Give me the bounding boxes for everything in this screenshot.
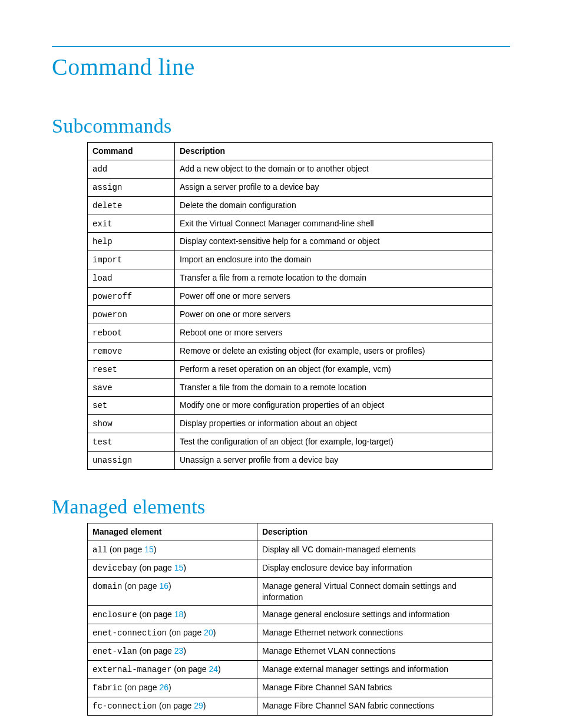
command-name: load bbox=[92, 274, 113, 283]
managed-element-description: Manage Ethernet network connections bbox=[257, 624, 492, 643]
table-row: all (on page 15)Display all VC domain-ma… bbox=[88, 541, 492, 559]
command-name: assign bbox=[92, 183, 122, 192]
page-link[interactable]: 20 bbox=[204, 628, 213, 637]
page-title: Command line bbox=[52, 53, 510, 81]
table-row: enet-connection (on page 20)Manage Ether… bbox=[88, 624, 492, 643]
close-paren: ) bbox=[183, 610, 186, 619]
command-description: Transfer a file from a remote location t… bbox=[175, 269, 492, 288]
table-row: enclosure (on page 18)Manage general enc… bbox=[88, 606, 492, 624]
table-row: rebootReboot one or more servers bbox=[88, 324, 492, 342]
managed-element-name: enclosure bbox=[92, 610, 137, 620]
page-link[interactable]: 18 bbox=[174, 610, 184, 619]
command-description: Modify one or more configuration propert… bbox=[175, 397, 492, 415]
command-description: Display properties or information about … bbox=[175, 415, 492, 433]
managed-element-name: fabric bbox=[92, 683, 122, 693]
on-page-label: (on page bbox=[122, 581, 159, 591]
command-description: Power off one or more servers bbox=[175, 288, 492, 306]
th-description: Description bbox=[257, 523, 492, 541]
close-paren: ) bbox=[213, 628, 216, 637]
table-row: external-manager (on page 24)Manage exte… bbox=[88, 661, 492, 679]
command-name: reboot bbox=[92, 328, 122, 338]
managed-element-name: fc-connection bbox=[92, 701, 157, 711]
command-description: Unassign a server profile from a device … bbox=[175, 452, 492, 470]
section-heading-subcommands: Subcommands bbox=[52, 115, 510, 137]
command-name: add bbox=[92, 164, 107, 174]
table-row: addAdd a new object to the domain or to … bbox=[88, 160, 492, 178]
command-name: show bbox=[92, 419, 113, 429]
command-description: Remove or delete an existing object (for… bbox=[175, 342, 492, 360]
page-link[interactable]: 26 bbox=[159, 683, 168, 692]
command-description: Reboot one or more servers bbox=[175, 324, 492, 342]
on-page-label: (on page bbox=[171, 664, 209, 674]
close-paren: ) bbox=[168, 683, 171, 692]
command-description: Test the configuration of an object (for… bbox=[175, 433, 492, 452]
table-row: helpDisplay context-sensitive help for a… bbox=[88, 233, 492, 251]
on-page-label: (on page bbox=[137, 610, 174, 619]
subcommands-table: Command Description addAdd a new object … bbox=[87, 142, 492, 470]
table-row: unassignUnassign a server profile from a… bbox=[88, 452, 492, 470]
page-link[interactable]: 23 bbox=[174, 646, 184, 655]
close-paren: ) bbox=[203, 701, 206, 710]
command-name: unassign bbox=[92, 456, 132, 465]
th-command: Command bbox=[88, 143, 175, 160]
close-paren: ) bbox=[154, 545, 157, 554]
table-row: showDisplay properties or information ab… bbox=[88, 415, 492, 433]
managed-element-description: Manage Fibre Channel SAN fabrics bbox=[257, 679, 492, 697]
table-row: deleteDelete the domain configuration bbox=[88, 196, 492, 215]
command-name: help bbox=[92, 237, 113, 246]
command-description: Delete the domain configuration bbox=[175, 196, 492, 215]
table-row: enet-vlan (on page 23)Manage Ethernet VL… bbox=[88, 643, 492, 661]
table-row: poweronPower on one or more servers bbox=[88, 306, 492, 324]
command-description: Add a new object to the domain or to ano… bbox=[175, 160, 492, 178]
command-name: exit bbox=[92, 219, 113, 229]
page-link[interactable]: 15 bbox=[144, 545, 154, 554]
command-description: Transfer a file from the domain to a rem… bbox=[175, 378, 492, 397]
command-name: delete bbox=[92, 201, 122, 210]
on-page-label: (on page bbox=[167, 628, 204, 637]
table-row: resetPerform a reset operation on an obj… bbox=[88, 360, 492, 378]
managed-element-name: devicebay bbox=[92, 564, 137, 573]
table-row: fabric (on page 26)Manage Fibre Channel … bbox=[88, 679, 492, 697]
command-name: reset bbox=[92, 365, 117, 374]
managed-element-description: Manage general enclosure settings and in… bbox=[257, 606, 492, 624]
table-row: loadTransfer a file from a remote locati… bbox=[88, 269, 492, 288]
command-name: poweron bbox=[92, 310, 127, 319]
command-name: poweroff bbox=[92, 292, 132, 301]
table-row: setModify one or more configuration prop… bbox=[88, 397, 492, 415]
command-name: remove bbox=[92, 347, 122, 356]
command-description: Display context-sensitive help for a com… bbox=[175, 233, 492, 251]
managed-element-name: domain bbox=[92, 582, 122, 591]
managed-element-name: all bbox=[92, 545, 107, 555]
close-paren: ) bbox=[218, 664, 221, 674]
page-link[interactable]: 24 bbox=[209, 664, 218, 674]
on-page-label: (on page bbox=[107, 545, 144, 554]
command-description: Power on one or more servers bbox=[175, 306, 492, 324]
on-page-label: (on page bbox=[122, 683, 159, 692]
table-row: assignAssign a server profile to a devic… bbox=[88, 178, 492, 196]
managed-element-description: Manage general Virtual Connect domain se… bbox=[257, 577, 492, 606]
on-page-label: (on page bbox=[137, 563, 174, 572]
managed-elements-table: Managed element Description all (on page… bbox=[87, 523, 492, 716]
table-row: saveTransfer a file from the domain to a… bbox=[88, 378, 492, 397]
table-row: removeRemove or delete an existing objec… bbox=[88, 342, 492, 360]
table-header-row: Command Description bbox=[88, 143, 492, 160]
document-page: Command line Subcommands Command Descrip… bbox=[0, 0, 562, 728]
managed-element-description: Manage Fibre Channel SAN fabric connecti… bbox=[257, 697, 492, 715]
section-heading-managed-elements: Managed elements bbox=[52, 496, 510, 518]
page-link[interactable]: 16 bbox=[159, 581, 168, 591]
close-paren: ) bbox=[183, 646, 186, 655]
managed-element-description: Display all VC domain-managed elements bbox=[257, 541, 492, 559]
th-managed-element: Managed element bbox=[88, 523, 257, 541]
table-row: importImport an enclosure into the domai… bbox=[88, 251, 492, 269]
table-row: poweroffPower off one or more servers bbox=[88, 288, 492, 306]
table-header-row: Managed element Description bbox=[88, 523, 492, 541]
table-row: devicebay (on page 15)Display enclosure … bbox=[88, 559, 492, 577]
close-paren: ) bbox=[168, 581, 171, 591]
managed-element-name: enet-connection bbox=[92, 628, 167, 638]
page-link[interactable]: 29 bbox=[194, 701, 203, 710]
page-link[interactable]: 15 bbox=[174, 563, 184, 572]
table-row: fc-connection (on page 29)Manage Fibre C… bbox=[88, 697, 492, 715]
table-row: exitExit the Virtual Connect Manager com… bbox=[88, 215, 492, 233]
managed-element-description: Manage external manager settings and inf… bbox=[257, 661, 492, 679]
command-description: Import an enclosure into the domain bbox=[175, 251, 492, 269]
